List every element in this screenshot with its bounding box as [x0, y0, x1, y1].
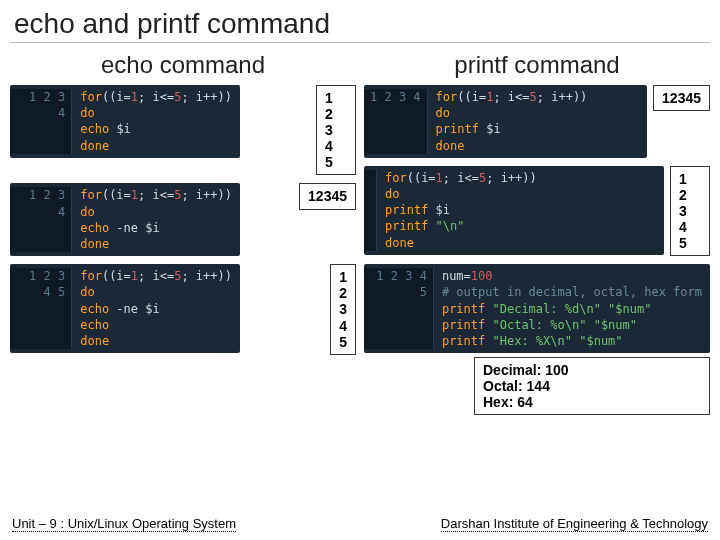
columns: echo command 1 2 3 4 for((i=1; i<=5; i++…	[0, 49, 720, 419]
printf-output-1: 12345	[653, 85, 710, 111]
echo-code-3: 1 2 3 4 5 for((i=1; i<=5; i++)) do echo …	[10, 264, 240, 353]
printf-row-3: 1 2 3 4 5 num=100 # output in decimal, o…	[364, 264, 710, 419]
echo-output-2: 12345	[299, 183, 356, 209]
printf-row-2: for((i=1; i<=5; i++)) do printf $i print…	[364, 166, 710, 256]
printf-output-2: 1 2 3 4 5	[670, 166, 710, 256]
gutter: 1 2 3 4	[10, 89, 72, 154]
footer-left: Unit – 9 : Unix/Linux Operating System	[12, 516, 236, 532]
printf-code-2: for((i=1; i<=5; i++)) do printf $i print…	[364, 166, 664, 255]
page-title: echo and printf command	[0, 0, 720, 42]
code-lines: for((i=1; i<=5; i++)) do echo $i done	[72, 89, 240, 154]
code-lines: for((i=1; i<=5; i++)) do printf $i done	[428, 89, 596, 154]
echo-output-3: 1 2 3 4 5	[330, 264, 356, 354]
code-lines: for((i=1; i<=5; i++)) do printf $i print…	[377, 170, 545, 251]
echo-heading: echo command	[10, 49, 356, 85]
code-lines: for((i=1; i<=5; i++)) do echo -ne $i ech…	[72, 268, 240, 349]
echo-output-1: 1 2 3 4 5	[316, 85, 356, 175]
printf-code-1: 1 2 3 4 for((i=1; i<=5; i++)) do printf …	[364, 85, 647, 158]
divider	[10, 42, 710, 43]
echo-row-2: 1 2 3 4 for((i=1; i<=5; i++)) do echo -n…	[10, 183, 356, 256]
echo-code-1: 1 2 3 4 for((i=1; i<=5; i++)) do echo $i…	[10, 85, 240, 158]
gutter: 1 2 3 4	[364, 89, 428, 154]
echo-row-1: 1 2 3 4 for((i=1; i<=5; i++)) do echo $i…	[10, 85, 356, 175]
footer-right: Darshan Institute of Engineering & Techn…	[441, 516, 708, 532]
code-lines: num=100 # output in decimal, octal, hex …	[434, 268, 710, 349]
gutter: 1 2 3 4 5	[364, 268, 434, 349]
echo-code-2: 1 2 3 4 for((i=1; i<=5; i++)) do echo -n…	[10, 183, 240, 256]
printf-output-3: Decimal: 100 Octal: 144 Hex: 64	[474, 357, 710, 415]
code-lines: for((i=1; i<=5; i++)) do echo -ne $i don…	[72, 187, 240, 252]
printf-heading: printf command	[364, 49, 710, 85]
printf-code-3: 1 2 3 4 5 num=100 # output in decimal, o…	[364, 264, 710, 353]
gutter: 1 2 3 4	[10, 187, 72, 252]
gutter	[364, 170, 377, 251]
gutter: 1 2 3 4 5	[10, 268, 72, 349]
echo-row-3: 1 2 3 4 5 for((i=1; i<=5; i++)) do echo …	[10, 264, 356, 354]
echo-column: echo command 1 2 3 4 for((i=1; i<=5; i++…	[10, 49, 356, 419]
footer: Unit – 9 : Unix/Linux Operating System D…	[0, 510, 720, 540]
printf-column: printf command 1 2 3 4 for((i=1; i<=5; i…	[364, 49, 710, 419]
printf-row-1: 1 2 3 4 for((i=1; i<=5; i++)) do printf …	[364, 85, 710, 158]
